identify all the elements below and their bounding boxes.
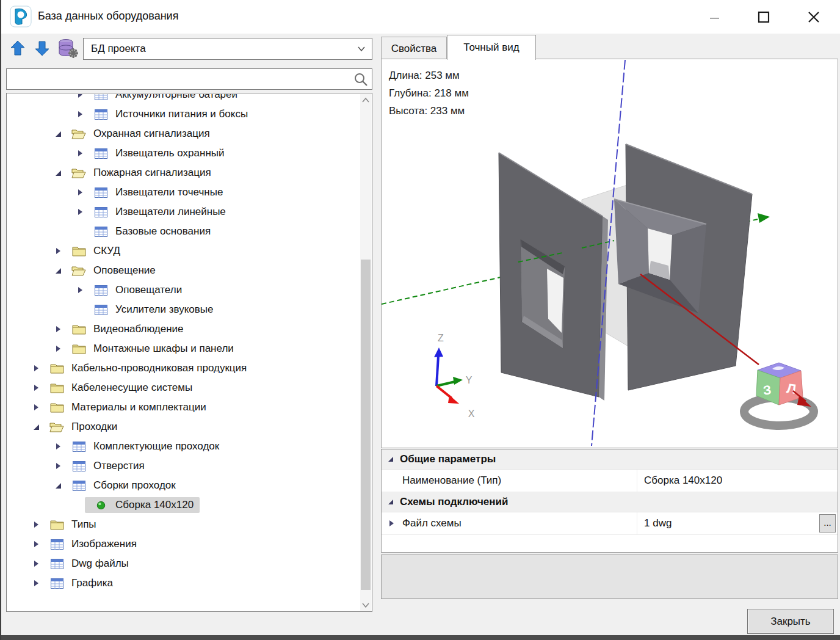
tree-expander-icon[interactable] [75, 148, 85, 158]
tree-expander-icon[interactable] [53, 246, 63, 256]
tree-item-label: Оповещатели [115, 284, 182, 296]
titlebar[interactable]: База данных оборудования [1, 0, 840, 34]
tree-expander-icon[interactable] [53, 461, 63, 471]
property-group-title: Общие параметры [400, 453, 496, 465]
group-expander-icon[interactable] [382, 457, 400, 462]
tree-item[interactable]: Усилители звуковые [7, 300, 360, 319]
tree-item-icon [71, 461, 86, 471]
tree-item[interactable]: Комплектующие проходок [7, 437, 360, 456]
3d-viewport[interactable]: З Л Z Y X Длина: 253 ммГлубина: 218 ммВы… [381, 59, 838, 448]
tree-expander-icon[interactable] [75, 227, 85, 236]
tree-item[interactable]: Видеонаблюдение [7, 319, 360, 339]
scroll-up-button[interactable] [360, 94, 371, 106]
tab-exact-view-label: Точный вид [463, 42, 519, 54]
tree-item[interactable]: Извещатель охранный [7, 144, 360, 163]
tree-expander-icon[interactable] [31, 422, 41, 432]
tree-expander-icon[interactable] [75, 94, 85, 100]
tree-item[interactable]: Dwg файлы [7, 554, 360, 573]
minimize-button[interactable] [701, 5, 729, 29]
tree-expander-icon[interactable] [31, 559, 41, 569]
tree-expander-icon[interactable] [31, 402, 41, 412]
tree-expander-icon[interactable] [31, 578, 41, 588]
tree-expander-icon[interactable] [75, 109, 85, 119]
green-item-icon [96, 501, 106, 510]
tree-item[interactable]: Типы [7, 515, 360, 534]
tree-item[interactable]: Изображения [7, 534, 360, 554]
search-icon[interactable] [353, 72, 368, 87]
tree-item[interactable]: Сборка 140x120 [7, 495, 360, 515]
property-value[interactable]: Сборка 140x120 [644, 475, 722, 487]
close-window-button[interactable] [800, 5, 828, 29]
tree-item[interactable]: Извещатели линейные [7, 202, 360, 222]
tree-item[interactable]: Охранная сигнализация [7, 124, 360, 144]
ellipsis-button[interactable]: ... [819, 514, 836, 533]
move-down-button[interactable] [33, 39, 51, 57]
tree-expander-icon[interactable] [75, 500, 85, 510]
close-button[interactable]: Закрыть [747, 609, 834, 634]
tree-item[interactable]: Пожарная сигнализация [7, 163, 360, 183]
tab-properties[interactable]: Свойства [381, 37, 447, 60]
row-expander-icon[interactable] [386, 520, 396, 526]
property-row[interactable]: Файл схемы 1 dwg ... [382, 512, 838, 535]
database-settings-button[interactable] [57, 39, 79, 57]
equipment-database-window: База данных оборудования [0, 0, 840, 640]
table-icon [95, 94, 107, 100]
tree-item[interactable]: Отверстия [7, 456, 360, 476]
tree-item[interactable]: Кабельно-проводниковая продукция [7, 358, 360, 378]
group-expander-icon[interactable] [382, 500, 400, 504]
tree-item[interactable]: Оповещатели [7, 280, 360, 300]
tree-item[interactable]: СКУД [7, 241, 360, 261]
chevron-down-icon [357, 46, 366, 52]
tab-exact-view[interactable]: Точный вид [447, 35, 536, 60]
window-title: База данных оборудования [38, 10, 178, 23]
tree-expander-icon[interactable] [31, 539, 41, 549]
property-row[interactable]: Наименование (Тип) Сборка 140x120 [382, 470, 838, 492]
tree-expander-icon[interactable] [31, 383, 41, 393]
tree-expander-icon[interactable] [53, 442, 63, 451]
property-group-header[interactable]: Схемы подключений [382, 492, 838, 512]
tree-expander-icon[interactable] [75, 207, 85, 217]
search-box[interactable] [6, 68, 372, 90]
tree-item-icon [49, 421, 64, 432]
tree-expander-icon[interactable] [31, 520, 41, 529]
tree-item[interactable]: Аккумуляторные батареи [7, 94, 360, 104]
tree-item[interactable]: Базовые основания [7, 222, 360, 241]
tree-expander-icon[interactable] [75, 305, 85, 315]
tree-item[interactable]: Кабеленесущие системы [7, 378, 360, 398]
maximize-button[interactable] [750, 5, 778, 29]
search-input[interactable] [10, 70, 352, 87]
tree-expander-icon[interactable] [53, 481, 63, 490]
tree-expander-icon[interactable] [75, 285, 85, 295]
tree-item[interactable]: Материалы и комплектации [7, 398, 360, 417]
tree-item[interactable]: Проходки [7, 417, 360, 437]
tree-expander-icon[interactable] [53, 129, 63, 139]
tree-expander-icon[interactable] [53, 344, 63, 354]
tree-item[interactable]: Монтажные шкафы и панели [7, 339, 360, 358]
scrollbar-thumb[interactable] [361, 260, 371, 590]
tree-expander-icon[interactable] [75, 187, 85, 197]
tree-item[interactable]: Графика [7, 573, 360, 593]
tree-expander-icon[interactable] [31, 363, 41, 373]
tree-scrollbar[interactable] [360, 94, 371, 611]
tree-item[interactable]: Оповещение [7, 261, 360, 280]
property-value[interactable]: 1 dwg [644, 517, 672, 529]
tree-item[interactable]: Источники питания и боксы [7, 104, 360, 124]
property-group-header[interactable]: Общие параметры [382, 449, 838, 470]
scroll-down-button[interactable] [360, 599, 371, 611]
equipment-tree[interactable]: Аккумуляторные батареи Источники питания… [7, 94, 360, 611]
tree-item-icon [49, 578, 64, 589]
tree-item-icon [71, 343, 86, 354]
tree-item-icon [49, 559, 64, 569]
tree-expander-icon[interactable] [53, 168, 63, 178]
tree-item-label: Отверстия [93, 460, 145, 472]
tree-expander-icon[interactable] [53, 324, 63, 334]
tree-item[interactable]: Извещатели точечные [7, 183, 360, 202]
database-select[interactable]: БД проекта [83, 38, 372, 60]
property-grid: Общие параметры Наименование (Тип) Сборк… [381, 449, 838, 553]
property-name: Наименование (Тип) [402, 475, 501, 487]
move-up-button[interactable] [9, 39, 27, 57]
tree-item[interactable]: Сборки проходок [7, 476, 360, 495]
tree-item-label: Проходки [71, 421, 117, 433]
tree-expander-icon[interactable] [53, 266, 63, 275]
table-icon [73, 481, 85, 491]
